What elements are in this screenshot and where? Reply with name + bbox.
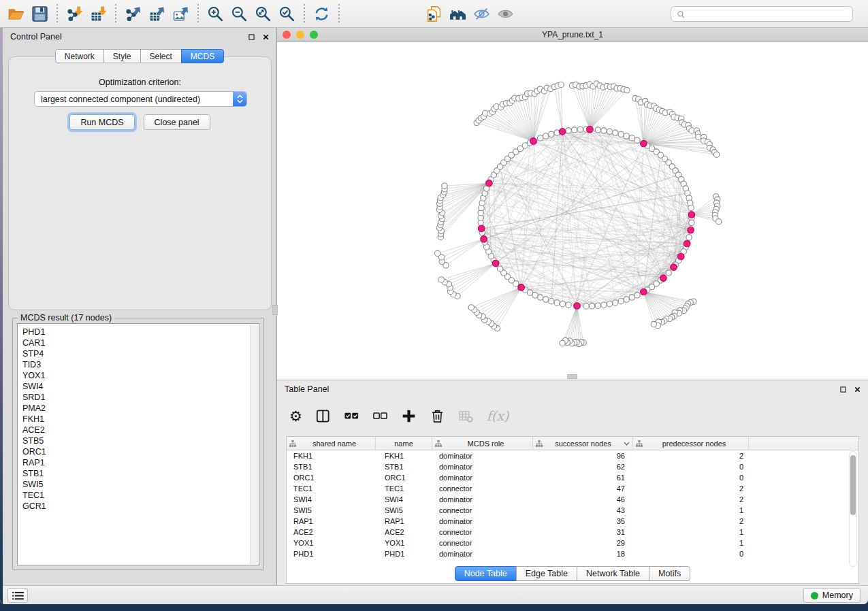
table-cell[interactable]: TEC1	[287, 483, 376, 494]
graph-node[interactable]	[624, 87, 630, 93]
search-input[interactable]	[689, 9, 848, 20]
criterion-dropdown[interactable]: largest connected component (undirected)	[34, 91, 247, 107]
graph-node[interactable]	[543, 297, 549, 302]
mcds-result-node[interactable]: ACE2	[22, 425, 259, 435]
graph-node[interactable]	[566, 128, 571, 133]
table-row[interactable]: TEC1TEC1connector472	[287, 483, 858, 494]
table-row[interactable]: ORC1ORC1dominator610	[287, 472, 858, 483]
deselect-all-button[interactable]	[372, 408, 388, 424]
table-row[interactable]: SWI5SWI5connector431	[287, 505, 858, 516]
save-session-button[interactable]	[29, 3, 50, 24]
mcds-hub-node[interactable]	[481, 236, 487, 243]
first-neighbors-button[interactable]	[447, 3, 468, 24]
table-cell[interactable]: dominator	[432, 472, 533, 483]
mcds-result-node[interactable]: STB1	[22, 468, 259, 479]
table-cell[interactable]: 61	[533, 472, 633, 483]
table-cell[interactable]: FKH1	[376, 450, 432, 461]
mcds-hub-node[interactable]	[678, 253, 685, 260]
mcds-hub-node[interactable]	[660, 275, 667, 282]
graph-node[interactable]	[607, 129, 612, 134]
table-cell[interactable]: connector	[432, 538, 533, 548]
mcds-hub-node[interactable]	[688, 227, 694, 233]
mcds-result-node[interactable]: CAR1	[22, 337, 259, 348]
tab-network[interactable]: Network	[55, 49, 104, 63]
column-header-name[interactable]: name	[376, 437, 432, 450]
tab-motifs[interactable]: Motifs	[649, 566, 690, 581]
graph-node[interactable]	[595, 127, 600, 133]
graph-node[interactable]	[583, 303, 589, 309]
zoom-selected-button[interactable]	[276, 3, 298, 24]
apply-layout-button[interactable]	[311, 3, 332, 24]
table-cell[interactable]: 31	[533, 527, 633, 538]
float-panel-icon[interactable]	[840, 386, 846, 393]
splitter-grip-horizontal[interactable]	[567, 374, 577, 379]
mcds-result-node[interactable]: SRD1	[22, 392, 259, 403]
graph-node[interactable]	[549, 131, 554, 137]
close-panel-icon[interactable]	[263, 34, 269, 40]
zoom-out-button[interactable]	[229, 3, 250, 24]
select-all-button[interactable]	[344, 408, 359, 424]
graph-node[interactable]	[624, 297, 629, 302]
table-cell[interactable]: STB1	[376, 461, 432, 472]
graph-node[interactable]	[696, 134, 701, 139]
export-table-button[interactable]	[146, 3, 167, 24]
table-row[interactable]: PHD1PHD1dominator180	[287, 548, 858, 559]
graph-node[interactable]	[577, 127, 583, 132]
mcds-hub-node[interactable]	[587, 126, 594, 133]
table-cell[interactable]: RAP1	[287, 516, 376, 527]
graph-node[interactable]	[468, 305, 474, 310]
hide-selected-button[interactable]	[471, 3, 492, 24]
graph-node[interactable]	[560, 301, 565, 307]
import-network-button[interactable]	[64, 3, 85, 24]
mcds-hub-node[interactable]	[478, 225, 485, 232]
search-field[interactable]	[671, 6, 853, 22]
close-panel-button[interactable]: Close panel	[144, 114, 210, 130]
export-image-button[interactable]	[170, 3, 191, 24]
mcds-hub-node[interactable]	[641, 288, 647, 295]
mcds-hub-node[interactable]	[684, 240, 690, 247]
table-cell[interactable]: SWI4	[287, 494, 376, 505]
graph-node[interactable]	[558, 82, 564, 87]
table-cell[interactable]: 2	[633, 483, 749, 494]
tab-network-table[interactable]: Network Table	[577, 566, 649, 581]
table-cell[interactable]: dominator	[432, 548, 533, 559]
table-cell[interactable]: YOX1	[287, 538, 376, 548]
mcds-result-node[interactable]: SWI5	[22, 479, 259, 490]
graph-node[interactable]	[554, 300, 560, 306]
tab-node-table[interactable]: Node Table	[455, 566, 517, 581]
graph-node[interactable]	[538, 295, 543, 300]
table-cell[interactable]: SWI5	[287, 505, 376, 516]
memory-button[interactable]: Memory	[803, 588, 861, 603]
add-row-button[interactable]	[401, 408, 417, 424]
graph-node[interactable]	[613, 300, 618, 306]
graph-node[interactable]	[613, 130, 618, 135]
table-cell[interactable]: TEC1	[376, 483, 432, 494]
mcds-hub-node[interactable]	[530, 138, 537, 145]
graph-node[interactable]	[666, 270, 671, 276]
mcds-hub-node[interactable]	[559, 129, 566, 135]
graph-node[interactable]	[629, 135, 634, 141]
graph-node[interactable]	[601, 302, 607, 308]
graph-node[interactable]	[543, 133, 549, 139]
column-header-MCDS-role[interactable]: MCDS role	[432, 437, 533, 450]
column-header-successor-nodes[interactable]: successor nodes	[533, 437, 633, 450]
mcds-hub-node[interactable]	[518, 284, 525, 291]
table-row[interactable]: SWI4SWI4dominator462	[287, 494, 858, 505]
graph-node[interactable]	[713, 152, 719, 157]
graph-node[interactable]	[538, 135, 543, 141]
scrollbar-thumb[interactable]	[850, 455, 856, 515]
table-cell[interactable]: 1	[633, 538, 749, 548]
table-settings-button[interactable]: ⚙	[289, 409, 302, 423]
mcds-hub-node[interactable]	[641, 140, 647, 147]
mcds-result-node[interactable]: RAP1	[22, 457, 259, 468]
table-cell[interactable]: PHD1	[287, 548, 376, 559]
network-graph-canvas[interactable]	[277, 42, 868, 380]
clone-network-button[interactable]	[423, 3, 445, 24]
table-cell[interactable]: 2	[633, 516, 749, 527]
graph-node[interactable]	[549, 299, 554, 304]
table-cell[interactable]: FKH1	[287, 450, 376, 461]
delete-rows-button[interactable]	[430, 408, 445, 424]
column-header-shared-name[interactable]: shared name	[287, 437, 376, 450]
graph-node[interactable]	[435, 250, 440, 256]
table-cell[interactable]: 0	[633, 461, 749, 472]
